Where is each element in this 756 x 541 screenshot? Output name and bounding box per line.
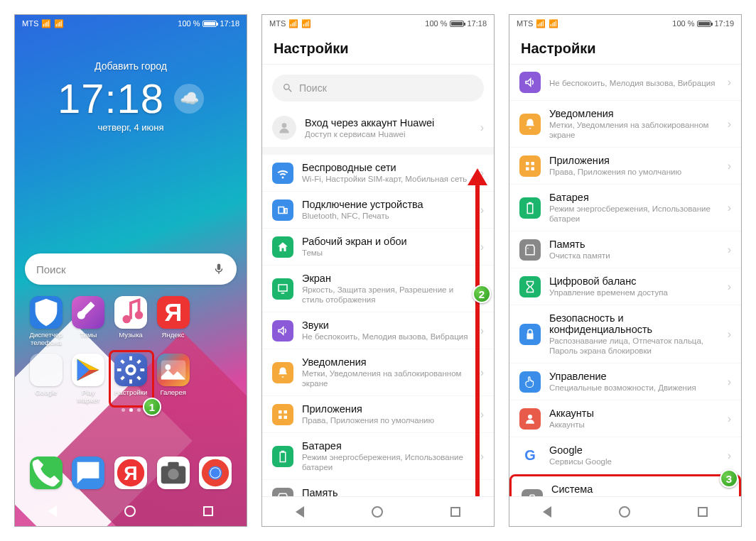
nav-back-button[interactable] xyxy=(543,506,551,518)
google-icon: G xyxy=(519,445,541,466)
app-icon xyxy=(157,354,190,386)
chevron-right-icon: › xyxy=(480,408,484,421)
app-grid-row-2: GooglePlay МаркетНастройкиГалерея xyxy=(15,354,247,404)
settings-item-google[interactable]: GGoogleСервисы Google› xyxy=(509,437,741,474)
settings-item-экран[interactable]: ЭкранЯркость, Защита зрения, Разрешение … xyxy=(262,266,494,312)
app-настройки[interactable]: Настройки xyxy=(112,354,149,404)
app-icon xyxy=(114,296,147,329)
callout-badge-3: 3 xyxy=(720,469,738,488)
carrier-label: MTS xyxy=(22,19,38,28)
nav-recent-button[interactable] xyxy=(203,506,213,516)
settings-item-уведомления[interactable]: УведомленияМетки, Уведомления на заблоки… xyxy=(509,101,741,148)
storage-icon xyxy=(519,239,541,261)
nav-recent-button[interactable] xyxy=(698,507,708,517)
home-search-bar[interactable]: Поиск xyxy=(25,253,237,285)
status-time: 17:18 xyxy=(220,19,239,28)
item-subtitle: Метки, Уведомления на заблокированном эк… xyxy=(302,368,472,388)
chevron-right-icon: › xyxy=(728,376,731,388)
battery-icon xyxy=(450,21,464,27)
item-title: Уведомления xyxy=(302,356,472,368)
settings-search[interactable]: Поиск xyxy=(272,75,484,102)
callout-badge-2: 2 xyxy=(472,285,491,303)
settings-item-память[interactable]: ПамятьОчистка памяти› xyxy=(262,480,494,496)
item-subtitle: Очистка памяти xyxy=(549,251,719,261)
svg-point-14 xyxy=(210,468,220,477)
bell-icon xyxy=(272,362,293,383)
item-subtitle: Метки, Уведомления на заблокированном эк… xyxy=(549,120,719,140)
nav-back-button[interactable] xyxy=(296,506,304,518)
settings-item-аккаунты[interactable]: АккаунтыАккаунты› xyxy=(509,400,741,437)
chevron-right-icon: › xyxy=(728,449,731,462)
battery-pct: 100 % xyxy=(672,19,694,28)
app-dock[interactable] xyxy=(155,457,192,489)
nav-home-button[interactable] xyxy=(619,506,630,518)
wifi-icon: 📶 xyxy=(54,19,64,28)
settings-item-подключение-устройства[interactable]: Подключение устройстваBluetooth, NFC, Пе… xyxy=(262,192,494,229)
settings-list[interactable]: Вход через аккаунт HuaweiДоступ к сервис… xyxy=(262,109,494,496)
nav-back-button[interactable] xyxy=(48,506,57,517)
settings-item-рабочий-экран-и-обои[interactable]: Рабочий экран и обоиТемы› xyxy=(262,229,494,266)
settings-item-система[interactable]: СистемаСистемная навигация, Обновление П… xyxy=(509,474,741,496)
settings-item-безопасность-и-конфиденциальность[interactable]: Безопасность и конфиденциальностьРаспозн… xyxy=(509,305,741,364)
app-темы[interactable]: Темы xyxy=(70,296,107,346)
app-dock[interactable] xyxy=(197,457,234,489)
app-google[interactable]: Google xyxy=(28,354,65,404)
app-галерея[interactable]: Галерея xyxy=(155,354,192,404)
settings-item-управление[interactable]: УправлениеСпециальные возможности, Движе… xyxy=(509,364,741,400)
add-city-label[interactable]: Добавить город xyxy=(29,60,232,72)
settings-item-цифровой-баланс[interactable]: Цифровой балансУправление временем досту… xyxy=(509,268,741,305)
app-play-маркет[interactable]: Play Маркет xyxy=(70,354,107,404)
item-subtitle: Управление временем доступа xyxy=(549,288,719,297)
app-label: Яндекс xyxy=(162,331,185,339)
item-title: Цифровой баланс xyxy=(549,275,719,287)
settings-item-батарея[interactable]: БатареяРежим энергосбережения, Использов… xyxy=(262,433,494,480)
item-subtitle: Не беспокоить, Мелодия вызова, Вибрация xyxy=(549,78,719,88)
settings-item-sounds-partial[interactable]: Не беспокоить, Мелодия вызова, Вибрация› xyxy=(509,65,741,101)
item-subtitle: Права, Приложения по умолчанию xyxy=(302,415,472,425)
settings-item-звуки[interactable]: ЗвукиНе беспокоить, Мелодия вызова, Вибр… xyxy=(262,312,494,349)
app-label: Play Маркет xyxy=(70,388,107,404)
item-title: Рабочий экран и обои xyxy=(302,236,472,247)
settings-item-уведомления[interactable]: УведомленияМетки, Уведомления на заблоки… xyxy=(262,349,494,396)
app-dock[interactable]: Я xyxy=(112,457,149,489)
search-icon xyxy=(282,82,293,94)
settings-item-приложения[interactable]: ПриложенияПрава, Приложения по умолчанию… xyxy=(262,396,494,433)
nav-home-button[interactable] xyxy=(372,506,383,518)
item-title: Батарея xyxy=(302,440,472,452)
item-title: Аккаунты xyxy=(549,408,719,419)
signal-icon: 📶 xyxy=(288,19,298,28)
chevron-right-icon: › xyxy=(480,324,484,337)
app-яндекс[interactable]: ЯЯндекс xyxy=(155,296,192,346)
app-dock[interactable] xyxy=(28,457,65,489)
wifi-icon: 📶 xyxy=(301,19,311,28)
app-dock[interactable] xyxy=(70,457,107,489)
app-музыка[interactable]: Музыка xyxy=(112,296,149,346)
settings-item-батарея[interactable]: БатареяРежим энергосбережения, Использов… xyxy=(509,185,741,231)
app-label: Темы xyxy=(80,331,97,339)
app-icon xyxy=(114,354,147,386)
svg-point-16 xyxy=(280,496,281,497)
settings-item-huawei-account[interactable]: Вход через аккаунт HuaweiДоступ к сервис… xyxy=(262,109,494,148)
item-title: Приложения xyxy=(549,155,719,166)
page-indicator xyxy=(15,404,247,416)
svg-point-18 xyxy=(528,415,532,419)
settings-item-беспроводные-сети[interactable]: Беспроводные сетиWi-Fi, Настройки SIM-ка… xyxy=(262,155,494,192)
phone-settings-top: MTS 📶 📶 100 % 17:18 Настройки Поиск Вход… xyxy=(261,14,495,527)
svg-rect-20 xyxy=(530,495,534,496)
settings-title: Настройки xyxy=(509,32,741,65)
nav-bar xyxy=(509,496,741,526)
clock-weather-widget[interactable]: Добавить город 17:18 ☁️ четверг, 4 июня xyxy=(15,32,247,140)
mic-icon[interactable] xyxy=(212,263,225,275)
item-title: Батарея xyxy=(549,192,719,203)
item-subtitle: Системная навигация, Обновление ПО, О те… xyxy=(551,496,717,496)
app-диспетчер-телефона[interactable]: Диспетчер телефона xyxy=(28,296,65,346)
settings-list[interactable]: Не беспокоить, Мелодия вызова, Вибрация›… xyxy=(509,65,741,496)
item-subtitle: Яркость, Защита зрения, Разрешение и сти… xyxy=(302,285,472,305)
app-label: Google xyxy=(35,388,57,396)
settings-item-память[interactable]: ПамятьОчистка памяти› xyxy=(509,231,741,268)
nav-home-button[interactable] xyxy=(124,506,136,517)
item-subtitle: Wi-Fi, Настройки SIM-карт, Мобильная сет… xyxy=(302,174,472,184)
settings-item-приложения[interactable]: ПриложенияПрава, Приложения по умолчанию… xyxy=(509,148,741,185)
nav-recent-button[interactable] xyxy=(450,507,460,517)
svg-text:Я: Я xyxy=(124,463,137,484)
